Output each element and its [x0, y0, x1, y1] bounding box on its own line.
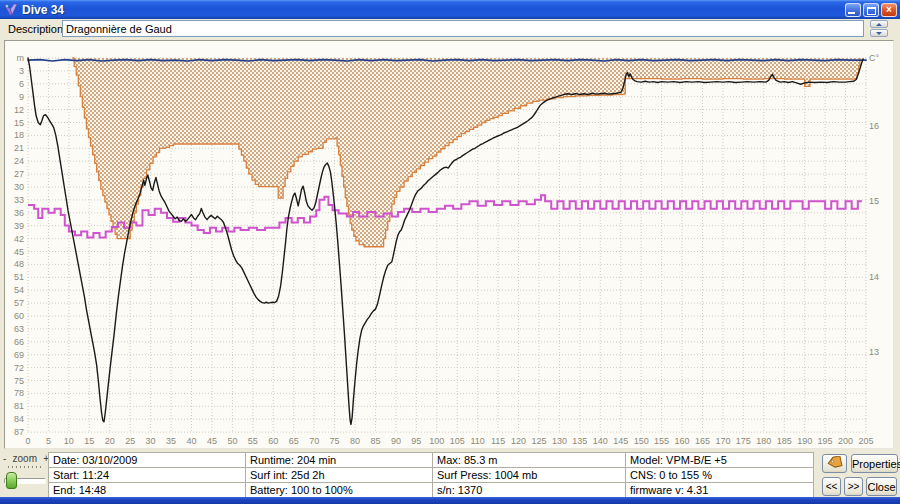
description-spinner	[870, 20, 888, 37]
svg-text:36: 36	[14, 208, 24, 218]
svg-text:25: 25	[125, 436, 135, 446]
info-cell-runtime: Runtime: 204 min	[246, 453, 433, 468]
info-cell-date: Date: 03/10/2009	[49, 453, 246, 468]
svg-text:185: 185	[777, 436, 792, 446]
svg-text:57: 57	[14, 298, 24, 308]
dive-window: Dive 34 × Description: m3691215182124273…	[0, 0, 900, 504]
info-cell-max-depth: Max: 85.3 m	[433, 453, 626, 468]
svg-text:69: 69	[14, 350, 24, 360]
arrow-down-icon	[876, 32, 882, 35]
description-input[interactable]	[62, 20, 864, 37]
zoom-slider-ticks	[8, 466, 44, 468]
svg-text:75: 75	[330, 436, 340, 446]
svg-text:55: 55	[248, 436, 258, 446]
svg-text:84: 84	[14, 414, 24, 424]
svg-text:m: m	[17, 53, 25, 63]
svg-text:12: 12	[14, 105, 24, 115]
svg-text:C°: C°	[869, 53, 879, 63]
svg-text:100: 100	[429, 436, 444, 446]
maximize-button[interactable]	[863, 3, 879, 17]
svg-text:48: 48	[14, 259, 24, 269]
svg-text:0: 0	[25, 436, 30, 446]
svg-text:66: 66	[14, 337, 24, 347]
dive-info-table: Date: 03/10/2009 Runtime: 204 min Max: 8…	[48, 452, 814, 498]
close-window-button[interactable]: ×	[881, 3, 897, 17]
previous-dive-button[interactable]: <<	[822, 477, 841, 496]
minimize-button[interactable]	[845, 3, 861, 17]
svg-text:33: 33	[14, 195, 24, 205]
svg-text:180: 180	[756, 436, 771, 446]
zoom-out-button[interactable]: -	[3, 453, 6, 464]
svg-text:63: 63	[14, 324, 24, 334]
window-title: Dive 34	[22, 3, 64, 17]
maximize-icon	[867, 7, 876, 15]
next-dive-button[interactable]: >>	[844, 477, 863, 496]
dive-profile-chart: m369121518212427303336394245485154576063…	[5, 41, 893, 448]
svg-text:155: 155	[654, 436, 669, 446]
svg-text:90: 90	[391, 436, 401, 446]
info-cell-surf-interval: Surf int: 25d 2h	[246, 468, 433, 483]
svg-text:35: 35	[166, 436, 176, 446]
svg-text:72: 72	[14, 363, 24, 373]
svg-text:9: 9	[19, 92, 24, 102]
svg-text:125: 125	[531, 436, 546, 446]
info-cell-serial: s/n: 1370	[433, 483, 626, 498]
info-cell-start: Start: 11:24	[49, 468, 246, 483]
svg-text:10: 10	[64, 436, 74, 446]
svg-text:14: 14	[869, 272, 879, 282]
zoom-control: - zoom +	[3, 453, 49, 464]
svg-text:145: 145	[613, 436, 628, 446]
svg-text:80: 80	[350, 436, 360, 446]
svg-text:3: 3	[19, 66, 24, 76]
svg-text:190: 190	[797, 436, 812, 446]
svg-text:175: 175	[736, 436, 751, 446]
svg-text:165: 165	[695, 436, 710, 446]
svg-text:54: 54	[14, 285, 24, 295]
svg-text:120: 120	[511, 436, 526, 446]
svg-text:115: 115	[491, 436, 505, 446]
svg-text:6: 6	[19, 79, 24, 89]
svg-text:105: 105	[450, 436, 465, 446]
zoom-slider-thumb[interactable]	[6, 472, 17, 489]
info-cell-end: End: 14:48	[49, 483, 246, 498]
svg-text:195: 195	[818, 436, 833, 446]
app-icon[interactable]	[3, 3, 18, 16]
svg-text:75: 75	[14, 376, 24, 386]
description-label: Description:	[8, 23, 66, 35]
svg-text:87: 87	[14, 427, 24, 437]
svg-text:65: 65	[289, 436, 299, 446]
svg-text:15: 15	[14, 118, 24, 128]
svg-text:205: 205	[858, 436, 873, 446]
svg-text:140: 140	[593, 436, 608, 446]
dive-profile-chart-panel: m369121518212427303336394245485154576063…	[4, 40, 894, 449]
info-cell-model: Model: VPM-B/E +5	[626, 453, 814, 468]
svg-text:60: 60	[14, 311, 24, 321]
titlebar: Dive 34 ×	[0, 0, 900, 19]
properties-button[interactable]: Properties	[851, 454, 898, 473]
spinner-down-button[interactable]	[870, 29, 888, 37]
info-cell-cns: CNS: 0 to 155 %	[626, 468, 814, 483]
svg-text:160: 160	[675, 436, 690, 446]
close-button[interactable]: Close	[866, 477, 897, 496]
tag-button[interactable]	[822, 454, 847, 473]
spinner-up-button[interactable]	[870, 20, 888, 28]
svg-text:45: 45	[207, 436, 217, 446]
svg-text:81: 81	[14, 401, 24, 411]
svg-text:27: 27	[14, 169, 24, 179]
info-cell-surf-press: Surf Press: 1004 mb	[433, 468, 626, 483]
info-cell-firmware: firmware v: 4.31	[626, 483, 814, 498]
svg-text:42: 42	[14, 234, 24, 244]
taskbar-strip	[0, 497, 900, 504]
svg-text:95: 95	[411, 436, 421, 446]
svg-text:39: 39	[14, 221, 24, 231]
svg-text:70: 70	[309, 436, 319, 446]
svg-text:150: 150	[634, 436, 649, 446]
svg-text:85: 85	[370, 436, 380, 446]
svg-text:51: 51	[14, 272, 24, 282]
svg-text:40: 40	[187, 436, 197, 446]
svg-text:24: 24	[14, 156, 24, 166]
svg-text:15: 15	[869, 196, 879, 206]
svg-text:16: 16	[869, 121, 879, 131]
svg-text:78: 78	[14, 388, 24, 398]
svg-text:45: 45	[14, 247, 24, 257]
